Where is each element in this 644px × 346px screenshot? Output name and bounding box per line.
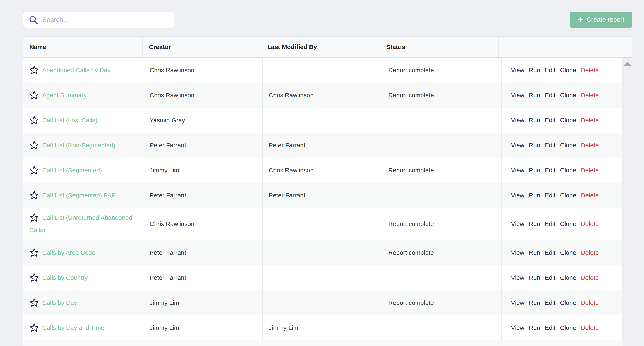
star-icon[interactable] [30, 273, 39, 282]
action-run-link[interactable]: Run [529, 272, 540, 284]
action-view-link[interactable]: View [511, 139, 524, 152]
action-delete-link[interactable]: Delete [581, 64, 599, 76]
action-view-link[interactable]: View [511, 164, 524, 176]
action-delete-link[interactable]: Delete [581, 296, 599, 309]
star-icon[interactable] [30, 213, 39, 222]
action-edit-link[interactable]: Edit [545, 296, 556, 309]
action-edit-link[interactable]: Edit [545, 218, 556, 230]
column-header-status[interactable]: Status [380, 37, 499, 57]
action-delete-link[interactable]: Delete [581, 164, 599, 176]
toolbar: + Create report [0, 0, 644, 28]
action-delete-link[interactable]: Delete [581, 272, 599, 284]
action-edit-link[interactable]: Edit [545, 139, 556, 152]
star-icon[interactable] [30, 115, 39, 125]
action-edit-link[interactable]: Edit [545, 89, 556, 102]
vertical-scrollbar[interactable] [623, 58, 632, 346]
action-run-link[interactable]: Run [529, 164, 540, 176]
star-icon[interactable] [30, 90, 39, 100]
scroll-corner-header [620, 37, 632, 57]
action-run-link[interactable]: Run [529, 139, 540, 152]
action-clone-link[interactable]: Clone [560, 114, 576, 126]
create-report-button[interactable]: + Create report [570, 12, 632, 28]
action-edit-link[interactable]: Edit [545, 114, 556, 126]
report-name-link[interactable]: Call List (Segmented) [42, 167, 102, 174]
search-input[interactable] [23, 12, 174, 28]
column-header-name[interactable]: Name [23, 37, 143, 57]
action-edit-link[interactable]: Edit [545, 272, 556, 284]
report-name-link[interactable]: Abandoned Calls by Day [42, 67, 110, 74]
star-icon[interactable] [30, 165, 39, 175]
action-delete-link[interactable]: Delete [581, 322, 599, 334]
report-name-link[interactable]: Calls by Day [42, 299, 77, 306]
action-view-link[interactable]: View [511, 64, 524, 76]
action-run-link[interactable]: Run [529, 64, 540, 76]
report-name-link[interactable]: Agent Summary [42, 92, 87, 98]
report-name-link[interactable]: Calls by Day and Time [42, 324, 104, 331]
action-edit-link[interactable]: Edit [545, 164, 556, 176]
creator-value: Jimmy Lim [150, 296, 179, 309]
action-clone-link[interactable]: Clone [560, 322, 576, 334]
create-report-label: Create report [586, 16, 624, 24]
actions-cell: ViewRunEditCloneDelete [502, 133, 623, 158]
action-edit-link[interactable]: Edit [545, 246, 556, 259]
report-name-cell: Call List (Lost Calls) [23, 108, 143, 133]
action-clone-link[interactable]: Clone [560, 189, 576, 202]
action-view-link[interactable]: View [511, 114, 524, 126]
last-modified-cell [262, 108, 382, 133]
action-view-link[interactable]: View [511, 189, 524, 202]
table-row: Agent Summary Chris Rawlinson Chris Rawl… [23, 82, 623, 108]
column-header-last-modified[interactable]: Last Modified By [261, 37, 380, 57]
star-icon[interactable] [30, 140, 39, 150]
scroll-up-arrow-icon[interactable] [624, 62, 631, 66]
action-delete-link[interactable]: Delete [581, 189, 599, 202]
action-clone-link[interactable]: Clone [560, 218, 576, 230]
column-header-creator[interactable]: Creator [143, 37, 261, 57]
action-run-link[interactable]: Run [529, 218, 540, 230]
action-delete-link[interactable]: Delete [581, 218, 599, 230]
star-icon[interactable] [30, 190, 39, 200]
creator-cell: Chris Rawlinson [143, 82, 262, 108]
action-run-link[interactable]: Run [529, 322, 540, 334]
action-view-link[interactable]: View [511, 322, 524, 334]
action-view-link[interactable]: View [511, 296, 524, 309]
action-run-link[interactable]: Run [529, 189, 540, 202]
action-clone-link[interactable]: Clone [560, 246, 576, 259]
report-name-link[interactable]: Call List (Segmented) PAF [42, 192, 115, 199]
report-name-link[interactable]: Call List (Unreturned Abandoned Calls) [30, 214, 132, 234]
action-clone-link[interactable]: Clone [560, 64, 576, 76]
star-icon[interactable] [30, 248, 39, 257]
report-name-link[interactable]: Call List (Non-Segmented) [42, 142, 115, 148]
action-delete-link[interactable]: Delete [581, 246, 599, 259]
action-delete-link[interactable]: Delete [581, 114, 599, 126]
action-run-link[interactable]: Run [529, 89, 540, 102]
action-clone-link[interactable]: Clone [560, 272, 576, 284]
action-run-link[interactable]: Run [529, 296, 540, 309]
action-view-link[interactable]: View [511, 272, 524, 284]
action-delete-link[interactable]: Delete [581, 139, 599, 152]
action-edit-link[interactable]: Edit [545, 322, 556, 334]
status-cell [382, 133, 502, 158]
action-edit-link[interactable]: Edit [545, 189, 556, 202]
creator-value: Jimmy Lim [150, 322, 179, 334]
action-view-link[interactable]: View [511, 218, 524, 230]
action-run-link[interactable]: Run [529, 114, 540, 126]
report-name-link[interactable]: Calls by Country [42, 274, 88, 281]
star-icon[interactable] [30, 65, 39, 75]
action-run-link[interactable]: Run [529, 246, 540, 259]
star-icon[interactable] [30, 298, 39, 307]
action-view-link[interactable]: View [511, 246, 524, 259]
action-clone-link[interactable]: Clone [560, 89, 576, 102]
action-clone-link[interactable]: Clone [560, 164, 576, 176]
action-delete-link[interactable]: Delete [581, 89, 599, 102]
action-view-link[interactable]: View [511, 89, 524, 102]
report-name-link[interactable]: Calls by Area Code [42, 249, 95, 256]
action-edit-link[interactable]: Edit [545, 64, 556, 76]
report-name-cell: Call List (Non-Segmented) [23, 133, 143, 158]
table-row: Call List (Lost Calls) Yasmin Gray ViewR… [23, 108, 623, 133]
action-clone-link[interactable]: Clone [560, 296, 576, 309]
report-name-link[interactable]: Call List (Lost Calls) [42, 117, 98, 124]
action-clone-link[interactable]: Clone [560, 139, 576, 152]
table-row: Calls by Country Peter Farrant ViewRunEd… [23, 265, 623, 290]
star-icon[interactable] [30, 323, 39, 332]
creator-cell: Peter Farrant [143, 133, 262, 158]
